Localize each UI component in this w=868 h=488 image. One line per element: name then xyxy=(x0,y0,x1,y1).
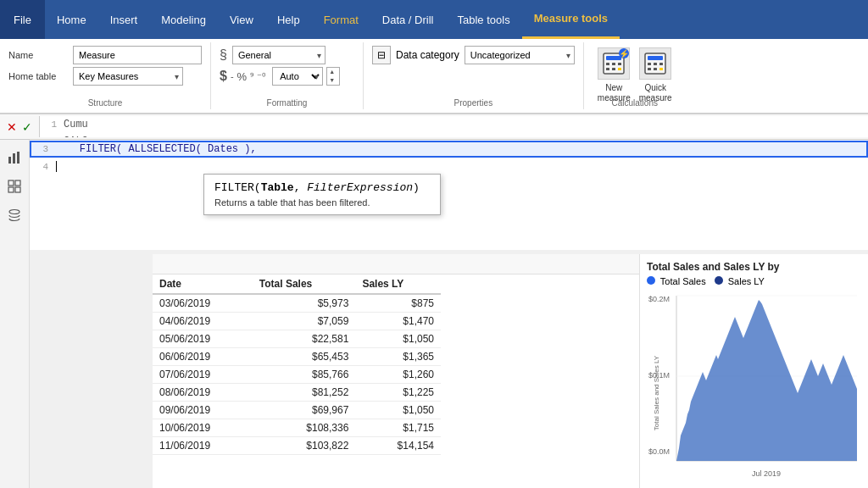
autocomplete-signature: FILTER(Table, FilterExpression) xyxy=(214,181,430,194)
home-table-label: Home table xyxy=(8,71,68,81)
spinner-up[interactable]: ▲ xyxy=(327,68,339,76)
svg-text:Jul 2019: Jul 2019 xyxy=(752,469,781,478)
spinner-down[interactable]: ▼ xyxy=(327,76,339,85)
formula-line-3: 3 FILTER( ALLSELECTED( Dates ), xyxy=(30,141,868,158)
formula-icons: ✕ ✓ xyxy=(0,116,40,137)
col-total-sales: Total Sales xyxy=(253,274,356,294)
cell-date: 06/06/2019 xyxy=(153,348,253,366)
cell-total-sales: $22,581 xyxy=(253,330,356,348)
svg-rect-6 xyxy=(612,68,615,70)
cell-total-sales: $5,973 xyxy=(253,294,356,313)
svg-rect-9 xyxy=(648,56,663,60)
col-date: Date xyxy=(153,274,253,294)
decimal-sign[interactable]: ⁻⁰ xyxy=(257,71,265,82)
format-general-dropdown[interactable]: General xyxy=(232,46,326,64)
menu-item-home[interactable]: Home xyxy=(45,0,98,39)
comma-sign[interactable]: ⁹ xyxy=(250,71,253,82)
table-row: 08/06/2019 $81,252 $1,225 xyxy=(153,384,441,402)
cell-sales-ly: $1,050 xyxy=(355,330,441,348)
formula-line-2: 2 CALC xyxy=(40,133,868,137)
formula-confirm-button[interactable]: ✓ xyxy=(22,120,32,134)
data-table: Date Total Sales Sales LY 03/06/2019 $5,… xyxy=(153,274,441,455)
main-area: 3 FILTER( ALLSELECTED( Dates ), 4 FILTER… xyxy=(0,140,868,488)
cell-sales-ly: $1,470 xyxy=(355,313,441,330)
sidebar-icon-layers[interactable] xyxy=(3,204,25,226)
name-input[interactable] xyxy=(73,46,202,64)
cell-date: 11/06/2019 xyxy=(153,437,253,455)
cell-total-sales: $7,059 xyxy=(253,313,356,330)
cell-sales-ly: $14,154 xyxy=(355,437,441,455)
table-row: 11/06/2019 $103,822 $14,154 xyxy=(153,437,441,455)
left-sidebar xyxy=(0,140,30,488)
svg-rect-11 xyxy=(654,63,657,65)
cell-total-sales: $65,453 xyxy=(253,348,356,366)
code-editor[interactable]: 3 FILTER( ALLSELECTED( Dates ), 4 FILTER… xyxy=(30,140,868,250)
menu-item-table-tools[interactable]: Table tools xyxy=(445,0,521,39)
legend-sales-ly: Sales LY xyxy=(715,276,765,286)
table-row: 04/06/2019 $7,059 $1,470 xyxy=(153,313,441,330)
cell-sales-ly: $1,260 xyxy=(355,366,441,384)
quick-measure-icon xyxy=(639,47,671,80)
minus-sign[interactable]: - xyxy=(231,71,234,81)
cell-date: 09/06/2019 xyxy=(153,402,253,419)
calculations-group: ⚡ New measure xyxy=(584,42,686,109)
table-row: 10/06/2019 $108,336 $1,715 xyxy=(153,419,441,437)
formula-line-4: 4 xyxy=(30,158,868,175)
data-category-label: Data category xyxy=(396,49,459,61)
structure-group: Name Home table Key Measures Structure xyxy=(0,42,211,109)
menu-item-data-drill[interactable]: Data / Drill xyxy=(370,0,446,39)
svg-text:$0.2M: $0.2M xyxy=(648,295,670,303)
svg-rect-3 xyxy=(612,63,615,65)
svg-point-23 xyxy=(9,210,19,214)
cell-total-sales: $81,252 xyxy=(253,384,356,402)
quick-measure-button[interactable]: Quick measure xyxy=(639,47,672,103)
cell-date: 10/06/2019 xyxy=(153,419,253,437)
svg-rect-10 xyxy=(648,63,651,65)
svg-rect-12 xyxy=(659,63,663,65)
chart-svg: $0.2M $0.1M $0.0M Total Sales and Sales … xyxy=(647,291,861,488)
sidebar-icon-grid[interactable] xyxy=(3,175,25,197)
table-row: 03/06/2019 $5,973 $875 xyxy=(153,294,441,313)
auto-dropdown[interactable]: Auto xyxy=(272,67,323,86)
menu-item-file[interactable]: File xyxy=(0,0,45,39)
cell-date: 05/06/2019 xyxy=(153,330,253,348)
chart-title: Total Sales and Sales LY by xyxy=(647,261,861,273)
menu-item-insert[interactable]: Insert xyxy=(98,0,150,39)
autocomplete-description: Returns a table that has been filtered. xyxy=(214,197,430,208)
formula-editor[interactable]: 1 Cumu 2 CALC xyxy=(40,116,868,137)
menu-item-modeling[interactable]: Modeling xyxy=(149,0,218,39)
structure-label: Structure xyxy=(0,98,210,108)
chart-legend: Total Sales Sales LY xyxy=(647,276,861,286)
svg-rect-15 xyxy=(659,68,663,70)
svg-rect-13 xyxy=(648,68,651,70)
svg-rect-20 xyxy=(15,180,20,186)
percent-sign[interactable]: % xyxy=(237,70,248,83)
table-header-row: Date Total Sales Sales LY xyxy=(153,274,441,294)
menu-item-view[interactable]: View xyxy=(218,0,265,39)
table-row: 07/06/2019 $85,766 $1,260 xyxy=(153,366,441,384)
svg-rect-17 xyxy=(13,153,15,164)
table-row: 05/06/2019 $22,581 $1,050 xyxy=(153,330,441,348)
data-category-dropdown[interactable]: Uncategorized xyxy=(465,46,575,64)
sidebar-icon-bar-chart[interactable] xyxy=(3,147,25,169)
cell-total-sales: $103,822 xyxy=(253,437,356,455)
menu-item-format[interactable]: Format xyxy=(312,0,370,39)
svg-text:Total Sales and Sales LY: Total Sales and Sales LY xyxy=(653,355,660,430)
legend-label-sales-ly: Sales LY xyxy=(728,276,765,286)
dollar-sign: $ xyxy=(220,69,227,84)
new-measure-button[interactable]: ⚡ New measure xyxy=(598,47,631,103)
home-table-dropdown[interactable]: Key Measures xyxy=(73,67,183,86)
menu-item-help[interactable]: Help xyxy=(265,0,312,39)
menu-item-measure-tools[interactable]: Measure tools xyxy=(522,0,620,39)
svg-rect-19 xyxy=(8,180,14,186)
cell-sales-ly: $1,365 xyxy=(355,348,441,366)
formula-cancel-button[interactable]: ✕ xyxy=(7,120,17,134)
autocomplete-popup: FILTER(Table, FilterExpression) Returns … xyxy=(203,174,441,215)
svg-rect-4 xyxy=(618,63,621,65)
autocomplete-param2: FilterExpression xyxy=(307,181,413,194)
svg-marker-31 xyxy=(676,300,857,461)
svg-rect-2 xyxy=(606,63,609,65)
formatting-group: § General $ - % ⁹ ⁻⁰ Auto xyxy=(211,42,364,109)
decimal-spinner[interactable]: ▲ ▼ xyxy=(326,67,340,86)
svg-rect-21 xyxy=(8,187,14,192)
